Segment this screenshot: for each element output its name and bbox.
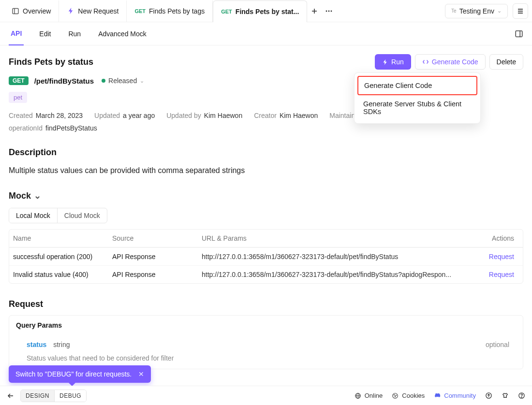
run-button[interactable]: Run (375, 54, 411, 70)
param-name: status (27, 341, 46, 348)
bolt-icon (382, 59, 388, 65)
mode-switch: DESIGN DEBUG (20, 390, 87, 402)
tab-finds-pets-tags[interactable]: GET Finds Pets by tags (127, 0, 213, 22)
status-selector[interactable]: Released ⌄ (102, 77, 144, 85)
delete-button[interactable]: Delete (489, 54, 523, 70)
chevron-down-icon: ⌄ (497, 8, 502, 14)
env-label: Testing Env (459, 7, 494, 15)
meta-creator-label: Creator (254, 112, 277, 119)
table-row: Invalid status value (400) API Response … (9, 265, 523, 283)
status-dot-icon (102, 79, 105, 83)
meta-created-label: Created (9, 112, 33, 119)
cookies-button[interactable]: Cookies (391, 392, 425, 400)
table-row: successful operation (200) API Response … (9, 247, 523, 265)
community-label: Community (444, 392, 476, 399)
generate-code-label: Generate Code (432, 58, 478, 66)
tab-finds-pets-status[interactable]: GET Finds Pets by stat... (213, 0, 307, 22)
meta-updatedby: Kim Haewon (204, 112, 242, 119)
request-title: Request (9, 299, 523, 309)
status-label: Released (108, 77, 137, 85)
col-source: Source (112, 234, 202, 242)
svg-point-16 (393, 393, 398, 398)
svg-point-18 (396, 395, 396, 395)
svg-point-17 (394, 394, 395, 395)
mock-tab-local[interactable]: Local Mock (9, 208, 57, 223)
cell-name: Invalid status value (400) (13, 271, 112, 278)
tab-label: Finds Pets by tags (149, 7, 205, 15)
subnav-adv[interactable]: Advanced Mock (96, 22, 148, 45)
mode-debug[interactable]: DEBUG (54, 390, 86, 402)
menu-button[interactable] (513, 3, 528, 19)
method-badge: GET (221, 9, 232, 14)
svg-point-5 (328, 10, 330, 12)
api-title: Finds Pets by status (9, 57, 93, 67)
tab-overview[interactable]: Overview (4, 0, 59, 22)
cookies-label: Cookies (402, 392, 425, 399)
env-selector[interactable]: Te Testing Env ⌄ (445, 4, 508, 18)
dd-generate-server-stubs[interactable]: Generate Server Stubs & Client SDKs (357, 95, 477, 120)
toast-text: Switch to "DEBUG" for direct requests. (15, 370, 132, 378)
mock-section-toggle[interactable]: Mock ⌄ (9, 190, 523, 201)
request-link[interactable]: Request (480, 271, 519, 278)
close-icon[interactable]: ✕ (138, 370, 144, 378)
dd-generate-client-code[interactable]: Generate Client Code (357, 76, 477, 95)
svg-rect-10 (516, 30, 522, 36)
chevron-down-icon: ⌄ (34, 190, 41, 201)
tab-new-request[interactable]: New Request (59, 0, 127, 22)
meta-updated: a year ago (123, 112, 155, 119)
col-actions: Actions (480, 234, 519, 242)
globe-icon (354, 392, 362, 400)
mock-tab-cloud[interactable]: Cloud Mock (57, 208, 107, 223)
status-online[interactable]: Online (354, 392, 383, 400)
meta-updated-label: Updated (94, 112, 120, 119)
generate-code-dropdown: Generate Client Code Generate Server Stu… (354, 72, 481, 124)
svg-rect-0 (13, 8, 18, 14)
chevron-down-icon: ⌄ (140, 78, 144, 84)
online-label: Online (365, 392, 383, 399)
cookie-icon (391, 392, 399, 400)
code-icon (422, 58, 429, 65)
svg-point-6 (331, 10, 332, 12)
community-button[interactable]: Community (433, 392, 476, 400)
query-params-title: Query Params (9, 316, 523, 335)
panel-toggle-button[interactable] (515, 29, 523, 38)
svg-point-19 (395, 396, 396, 397)
tab-overview-label: Overview (23, 7, 51, 15)
meta-opid-label: operationId (9, 124, 43, 132)
delete-label: Delete (497, 58, 516, 66)
method-badge: GET (9, 76, 29, 85)
tabs-bar: Overview New Request GET Finds Pets by t… (0, 0, 532, 22)
meta-opid: findPetsByStatus (45, 124, 97, 132)
generate-code-button[interactable]: Generate Code (415, 54, 486, 70)
add-tab-button[interactable] (307, 4, 322, 18)
bolt-icon (67, 7, 74, 15)
svg-point-23 (521, 397, 521, 397)
description-title: Description (9, 147, 523, 158)
subnav-api[interactable]: API (9, 22, 24, 45)
subnav-run[interactable]: Run (66, 22, 83, 45)
meta-creator: Kim Haewon (280, 112, 318, 119)
mode-design[interactable]: DESIGN (21, 390, 54, 402)
help-icon[interactable] (517, 392, 525, 400)
request-card: Query Params status string optional Stat… (9, 315, 523, 369)
tag-chip[interactable]: pet (9, 92, 27, 103)
upload-icon[interactable] (485, 392, 492, 400)
request-link[interactable]: Request (480, 253, 519, 260)
run-label: Run (391, 58, 404, 66)
method-badge: GET (134, 8, 146, 14)
back-button[interactable] (7, 392, 15, 400)
bottom-bar: DESIGN DEBUG Online Cookies Community (0, 386, 532, 405)
col-url: URL & Params (202, 234, 480, 242)
tab-new-request-label: New Request (78, 7, 118, 15)
discord-icon (433, 392, 441, 400)
panel-icon (12, 7, 19, 15)
subnav-edit[interactable]: Edit (37, 22, 53, 45)
cell-source: API Response (112, 271, 202, 278)
more-tabs-button[interactable] (322, 4, 336, 18)
mock-table: Name Source URL & Params Actions success… (9, 229, 523, 284)
mock-title: Mock (9, 191, 31, 201)
shirt-icon[interactable] (501, 392, 509, 400)
cell-name: successful operation (200) (13, 253, 112, 260)
svg-point-4 (326, 10, 327, 12)
meta-created: March 28, 2023 (36, 112, 83, 119)
